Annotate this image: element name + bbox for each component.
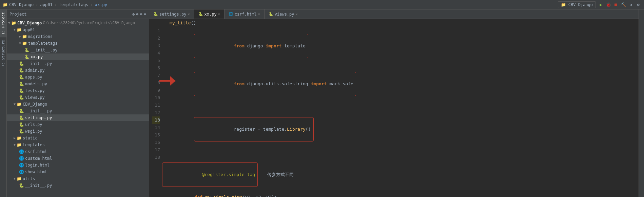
- folder-arrow-icon: ▼: [14, 142, 16, 148]
- tree-item-static[interactable]: ▶ 📁 static: [7, 135, 149, 141]
- tree-item-label: CBV_Django: [17, 20, 42, 26]
- tree-item-label: __init__.py: [25, 108, 52, 114]
- tree-item-app01[interactable]: ▼ 📁 app01: [7, 26, 149, 33]
- tree-item-xx[interactable]: 🐍 xx.py: [7, 53, 149, 60]
- stop-icon[interactable]: ⏹: [613, 2, 619, 8]
- tab-xx[interactable]: 🐍 xx.py ✕: [194, 9, 225, 19]
- tree-item-templates[interactable]: ▼ 📁 templates: [7, 141, 149, 148]
- tree-item-init-utils[interactable]: 🐍 __init__.py: [7, 182, 149, 189]
- build-icon[interactable]: 🔨: [620, 2, 626, 8]
- tree-item-settings[interactable]: 🐍 settings.py: [7, 114, 149, 121]
- tree-item-root[interactable]: ▼ 📁 CBV_Django C:\Users\28240\PycharmPro…: [7, 20, 149, 26]
- folder-arrow-icon: ▶: [19, 34, 21, 40]
- tree-item-label: csrf.html: [25, 149, 47, 155]
- right-side-panel: [639, 9, 644, 197]
- code-line-7: @register.simple_tag 传参方式不同: [163, 163, 639, 186]
- folder-arrow-icon: ▼: [14, 176, 16, 182]
- breadcrumb-app01[interactable]: app01: [40, 2, 52, 7]
- tree-item-label: __init__.py: [31, 47, 57, 53]
- tree-item-tests[interactable]: 🐍 tests.py: [7, 87, 149, 94]
- tree-item-models[interactable]: 🐍 models.py: [7, 81, 149, 87]
- tree-item-label: show.html: [25, 169, 47, 175]
- code-container[interactable]: my_title() 1 2 3 4 5 6 7 8 9 10 11 12 1: [149, 19, 639, 197]
- tab-label: settings.py: [159, 12, 186, 17]
- py-file-icon: 🐍: [24, 47, 30, 53]
- folder-arrow-icon: ▼: [14, 101, 16, 107]
- py-file-icon: 🐍: [19, 81, 24, 87]
- tree-item-custom[interactable]: 🌐 custom.html: [7, 155, 149, 162]
- py-file-icon: 🐍: [19, 67, 24, 73]
- code-line-3: [163, 103, 639, 110]
- tree-item-init-templatetags[interactable]: 🐍 __init__.py: [7, 47, 149, 53]
- main-layout: 1: Project 7: Structure Project ⚙ ⊕ ⊖ ≡ …: [0, 9, 644, 197]
- debug-icon[interactable]: 🐞: [605, 2, 611, 8]
- py-file-icon: 🐍: [19, 122, 24, 128]
- run-icon[interactable]: ▶: [598, 2, 604, 8]
- tab-label: xx.py: [204, 12, 217, 17]
- tab-close-icon[interactable]: ✕: [296, 12, 298, 16]
- tab-close-icon[interactable]: ✕: [188, 12, 190, 16]
- breadcrumb-project[interactable]: CBV_Django: [9, 2, 34, 7]
- settings-icon[interactable]: ⚙: [132, 12, 135, 17]
- tab-close-icon[interactable]: ✕: [218, 12, 220, 16]
- tree-item-label: models.py: [25, 81, 47, 87]
- line-numbers: 1 2 3 4 5 6 7 8 9 10 11 12 13 14 15 16 1: [149, 27, 163, 197]
- panel-header-icons: ⚙ ⊕ ⊖ ≡: [132, 12, 146, 17]
- tree-item-utils[interactable]: ▼ 📁 utils: [7, 175, 149, 182]
- code-line-6: [163, 156, 639, 163]
- collapse-icon[interactable]: ⊖: [140, 12, 142, 17]
- code-editor[interactable]: 1 2 3 4 5 6 7 8 9 10 11 12 13 14 15 16 1: [149, 27, 639, 197]
- sidebar-item-project[interactable]: 1: Project: [0, 9, 6, 37]
- tree-item-urls[interactable]: 🐍 urls.py: [7, 121, 149, 128]
- html-file-icon: 🌐: [19, 155, 24, 161]
- tree-item-label: settings.py: [25, 115, 52, 121]
- py-file-icon: 🐍: [19, 74, 24, 80]
- run-config-label[interactable]: 📁 CBV_Django: [558, 1, 596, 8]
- tree-item-label: urls.py: [25, 122, 42, 128]
- tree-item-cbvdjango-sub[interactable]: ▼ 📁 CBV_Django: [7, 101, 149, 108]
- folder-icon: 📁: [17, 135, 22, 141]
- tree-item-login[interactable]: 🌐 login.html: [7, 162, 149, 169]
- code-line-4: register = template.Library(): [163, 110, 639, 148]
- gear-icon[interactable]: ⚙: [635, 2, 641, 8]
- gear-icon[interactable]: ≡: [144, 12, 146, 17]
- tab-csrf[interactable]: 🌐 csrf.html ✕: [225, 9, 265, 19]
- project-tree: ▼ 📁 CBV_Django C:\Users\28240\PycharmPro…: [7, 19, 149, 197]
- tree-item-admin[interactable]: 🐍 admin.py: [7, 67, 149, 74]
- py-file-icon: 🐍: [19, 88, 24, 94]
- breadcrumb-file[interactable]: xx.py: [95, 2, 107, 7]
- breadcrumb-templatetags[interactable]: templatetags: [59, 2, 89, 7]
- py-icon: 🐍: [198, 12, 203, 16]
- tree-item-csrf[interactable]: 🌐 csrf.html: [7, 148, 149, 155]
- function-call-header: my_title(): [149, 19, 639, 27]
- expand-icon[interactable]: ⊕: [136, 12, 138, 17]
- py-file-icon: 🐍: [19, 108, 24, 114]
- left-side-tabs: 1: Project 7: Structure: [0, 9, 7, 197]
- editor-area: 🐍 settings.py ✕ 🐍 xx.py ✕ 🌐 csrf.html ✕ …: [149, 9, 639, 197]
- folder-icon: 📁: [17, 142, 22, 148]
- tree-item-wsgi[interactable]: 🐍 wsgi.py: [7, 128, 149, 135]
- tab-settings[interactable]: 🐍 settings.py ✕: [149, 9, 194, 19]
- tab-close-icon[interactable]: ✕: [258, 12, 260, 16]
- html-icon: 🌐: [229, 12, 233, 16]
- py-file-icon: 🐍: [19, 115, 24, 121]
- project-panel: Project ⚙ ⊕ ⊖ ≡ ▼ 📁 CBV_Django C:\Users\…: [7, 9, 149, 197]
- tree-item-label: login.html: [25, 162, 50, 168]
- tree-item-migrations[interactable]: ▶ 📁 migrations: [7, 33, 149, 40]
- tree-item-show[interactable]: 🌐 show.html: [7, 169, 149, 175]
- tree-item-templatetags[interactable]: ▼ 📁 templatetags: [7, 40, 149, 47]
- tree-item-views-app01[interactable]: 🐍 views.py: [7, 94, 149, 101]
- tree-item-apps[interactable]: 🐍 apps.py: [7, 74, 149, 81]
- folder-arrow-icon: ▼: [19, 40, 21, 46]
- annotation-simpletag: 传参方式不同: [267, 171, 294, 178]
- code-lines[interactable]: from django import template from django.…: [163, 27, 639, 197]
- tree-item-init-cbv[interactable]: 🐍 __init__.py: [7, 108, 149, 114]
- sidebar-item-structure[interactable]: 7: Structure: [0, 37, 6, 69]
- tab-views[interactable]: 🐍 views.py ✕: [265, 9, 302, 19]
- tree-item-init-app01[interactable]: 🐍 __init__.py: [7, 60, 149, 67]
- breadcrumb: 📁 CBV_Django › app01 › templatetags › xx…: [3, 2, 107, 7]
- tab-label: csrf.html: [235, 12, 257, 17]
- tree-item-label: views.py: [25, 94, 45, 101]
- update-icon[interactable]: ↺: [628, 2, 634, 8]
- py-file-icon: 🐍: [19, 94, 24, 101]
